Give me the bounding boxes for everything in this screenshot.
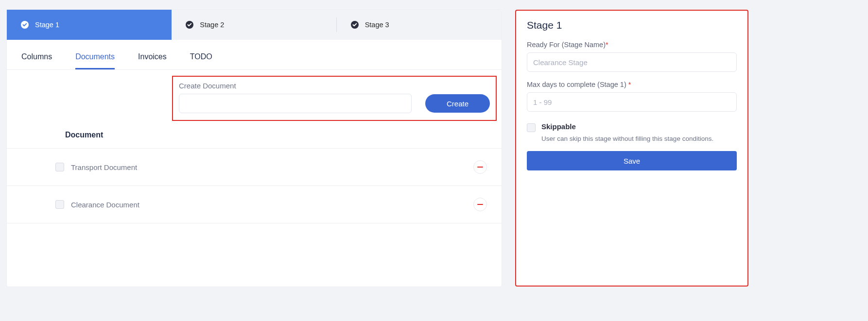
document-checkbox[interactable]: [55, 163, 64, 171]
minus-icon: [477, 164, 483, 170]
main-panel: Stage 1 Stage 2 Stage 3 Columns Document…: [7, 10, 502, 287]
check-circle-icon: [350, 20, 359, 29]
minus-icon: [477, 202, 483, 207]
stage-name-label: Ready For (Stage Name)*: [527, 41, 737, 49]
save-button[interactable]: Save: [527, 151, 737, 170]
check-circle-icon: [20, 20, 29, 29]
document-checkbox[interactable]: [55, 200, 64, 209]
stage-settings-panel: Stage 1 Ready For (Stage Name)* Max days…: [515, 10, 748, 287]
stage-tab-label: Stage 1: [35, 21, 59, 29]
tab-documents[interactable]: Documents: [75, 52, 115, 69]
document-name: Clearance Document: [71, 201, 473, 209]
create-document-label: Create Document: [179, 82, 490, 90]
stage-tab-2[interactable]: Stage 2: [172, 10, 336, 40]
create-document-box: Create Document Create: [172, 76, 497, 121]
document-row: Transport Document: [7, 149, 502, 186]
content-tabs: Columns Documents Invoices TODO: [7, 40, 502, 70]
tab-invoices[interactable]: Invoices: [138, 52, 167, 69]
tab-columns[interactable]: Columns: [21, 52, 52, 69]
document-header: Document: [7, 121, 502, 149]
max-days-label: Max days to complete (Stage 1) *: [527, 81, 737, 88]
skippable-row: Skippable: [527, 122, 737, 132]
skippable-description: User can skip this stage without filling…: [541, 135, 737, 142]
remove-document-button[interactable]: [473, 160, 487, 174]
create-document-section: Create Document Create: [7, 70, 502, 121]
stage-name-input[interactable]: [527, 52, 737, 72]
stage-tab-1[interactable]: Stage 1: [7, 10, 172, 40]
document-row: Clearance Document: [7, 186, 502, 223]
create-button[interactable]: Create: [425, 94, 490, 113]
stage-tab-3[interactable]: Stage 3: [337, 10, 502, 40]
tab-todo[interactable]: TODO: [190, 52, 212, 69]
stage-tab-label: Stage 2: [200, 21, 224, 29]
document-name: Transport Document: [71, 163, 473, 171]
skippable-label: Skippable: [541, 122, 576, 131]
stage-tab-label: Stage 3: [365, 21, 389, 29]
skippable-checkbox[interactable]: [527, 123, 536, 132]
create-document-input[interactable]: [179, 94, 412, 113]
max-days-input[interactable]: [527, 92, 737, 112]
side-panel-title: Stage 1: [527, 19, 737, 31]
remove-document-button[interactable]: [473, 198, 487, 211]
check-circle-icon: [185, 20, 194, 29]
stage-tabs: Stage 1 Stage 2 Stage 3: [7, 10, 502, 40]
